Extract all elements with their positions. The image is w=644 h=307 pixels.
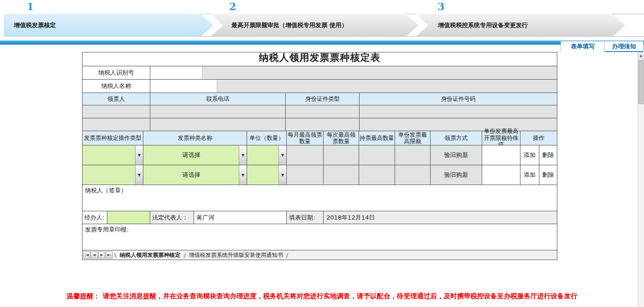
select-value: 请选择 bbox=[144, 145, 238, 165]
special-limit-input[interactable] bbox=[482, 145, 520, 165]
unit-quantity-select[interactable]: ▼ bbox=[247, 165, 287, 185]
step-3-device-change-issue[interactable]: 增值税税控系统专用设备变更发行 bbox=[415, 14, 625, 37]
sheet-next-icon[interactable]: ▶ bbox=[98, 251, 105, 259]
header-invoice-name: 发票种类名称 bbox=[143, 131, 247, 145]
step-1-label: 增值税发票核定 bbox=[14, 21, 56, 29]
phone-cell bbox=[150, 118, 286, 131]
single-limit-cell bbox=[395, 165, 431, 185]
header-id-type: 身份证件类型 bbox=[286, 93, 360, 105]
chevron-down-icon[interactable]: ▼ bbox=[278, 145, 286, 165]
sheet-first-icon[interactable]: |◀ bbox=[83, 251, 90, 259]
fill-date-value: 2018年12月14日 bbox=[324, 211, 557, 224]
taxpayer-id-input[interactable] bbox=[150, 66, 202, 79]
monthly-max-cell bbox=[287, 145, 324, 165]
unit-quantity-select[interactable]: ▼ bbox=[247, 145, 287, 165]
delete-button[interactable]: 删除 bbox=[539, 145, 557, 165]
invoice-name-select[interactable]: 请选择 ▼ bbox=[143, 165, 247, 185]
step-3-label: 增值税税控系统专用设备变更发行 bbox=[438, 21, 528, 29]
taxpayer-name-value-cell bbox=[150, 80, 557, 93]
per-time-max-cell bbox=[324, 165, 359, 185]
select-value bbox=[83, 165, 135, 185]
sheet-tab-upgrade-notice[interactable]: 增值税发票系统升级版安装使用通知书 bbox=[187, 251, 285, 259]
header-holding-max: 持票最高数量 bbox=[359, 131, 395, 145]
sheet-separator: \ bbox=[114, 252, 116, 259]
operation-type-select[interactable]: ▼ bbox=[83, 165, 143, 185]
header-per-time-max: 每次最高领票数量 bbox=[324, 131, 359, 145]
operation-cell: 添加 删除 bbox=[520, 145, 557, 165]
step-2-label: 最高开票限额审批（增值税专用发票 使用） bbox=[231, 21, 348, 29]
special-limit-input[interactable] bbox=[482, 165, 520, 185]
chevron-down-icon[interactable]: ▼ bbox=[239, 165, 247, 185]
id-type-cell bbox=[286, 105, 360, 118]
id-number-cell bbox=[360, 105, 557, 118]
header-contact-phone: 联系电话 bbox=[150, 93, 286, 105]
legal-rep-label: 法定代表人： bbox=[150, 211, 194, 224]
header-monthly-max: 每月最高领票数量 bbox=[287, 131, 324, 145]
header-unit-quantity: 单位（数量） bbox=[247, 131, 287, 145]
reminder-text: 请您关注消息提醒，并在业务查询模块查询办理进度，税务机关将对您进行实地调查，请予… bbox=[103, 292, 578, 300]
chevron-down-icon[interactable]: ▼ bbox=[278, 165, 286, 185]
header-operation: 操作 bbox=[520, 131, 557, 145]
holding-max-cell bbox=[359, 145, 395, 165]
invoice-name-select[interactable]: 请选择 ▼ bbox=[143, 145, 247, 165]
collect-method-cell: 验旧购新 bbox=[431, 145, 482, 165]
vertical-scrollbar[interactable]: ▲ bbox=[638, 52, 644, 307]
tab-notice[interactable]: 办理须知 bbox=[605, 41, 644, 52]
scroll-up-icon[interactable]: ▲ bbox=[638, 52, 644, 59]
per-time-max-cell bbox=[324, 145, 359, 165]
agent-label: 经办人: bbox=[83, 211, 107, 224]
step-1-number: 1 bbox=[27, 0, 34, 12]
delete-button[interactable]: 删除 bbox=[539, 165, 557, 185]
collector-cell bbox=[83, 105, 150, 118]
step-1-vat-invoice-approval[interactable]: 增值税发票核定 bbox=[4, 14, 213, 37]
legal-rep-value: 蒋广河 bbox=[194, 211, 287, 224]
id-number-cell bbox=[360, 118, 557, 131]
id-type-cell bbox=[286, 118, 360, 131]
monthly-max-cell bbox=[287, 165, 324, 185]
fill-date-label: 填表日期: bbox=[287, 211, 324, 224]
form-title-row: 纳税人领用发票票种核定表 bbox=[83, 52, 557, 66]
single-limit-cell bbox=[395, 145, 431, 165]
warm-reminder: 温馨提醒：请您关注消息提醒，并在业务查询模块查询办理进度，税务机关将对您进行实地… bbox=[0, 292, 644, 301]
operation-cell: 添加 删除 bbox=[520, 165, 557, 185]
sheet-prev-icon[interactable]: ◀ bbox=[91, 251, 98, 259]
taxpayer-signature-cell: 纳税人（签章） bbox=[83, 185, 557, 211]
agent-input[interactable] bbox=[107, 211, 150, 224]
select-value bbox=[248, 165, 278, 185]
invoice-row-1: ▼ 请选择 ▼ ▼ 验旧购新 添加 删除 bbox=[83, 145, 557, 165]
form-title: 纳税人领用发票票种核定表 bbox=[83, 52, 557, 66]
collect-method-cell: 验旧购新 bbox=[431, 165, 482, 185]
step-2-max-invoice-limit-approval[interactable]: 最高开票限额审批（增值税专用发票 使用） bbox=[210, 14, 419, 37]
chevron-down-icon[interactable]: ▼ bbox=[239, 145, 247, 165]
add-button[interactable]: 添加 bbox=[520, 145, 539, 165]
tab-form-fill[interactable]: 表单填写 bbox=[561, 41, 605, 52]
header-ticket-collector: 领票人 bbox=[83, 93, 150, 105]
taxpayer-name-input[interactable] bbox=[150, 80, 217, 93]
sheet-tab-invoice-approval[interactable]: 纳税人领用发票票种核定 bbox=[118, 251, 182, 259]
add-button[interactable]: 添加 bbox=[520, 165, 539, 185]
taxpayer-id-label: 纳税人识别号 bbox=[83, 66, 150, 80]
page: 增值税发票核定 最高开票限额审批（增值税专用发票 使用） 增值税税控系统专用设备… bbox=[0, 0, 644, 307]
reminder-prefix: 温馨提醒： bbox=[67, 292, 100, 300]
taxpayer-name-label: 纳税人名称 bbox=[83, 80, 150, 93]
sheet-tab-bar: |◀ ◀ ▶ ▶| \ 纳税人领用发票票种核定 / 增值税发票系统升级版安装使用… bbox=[83, 250, 557, 260]
scrollbar-thumb[interactable] bbox=[638, 60, 644, 104]
header-special-limit: 单份发票最高开票限额特殊值 bbox=[482, 131, 520, 145]
invoice-approval-form: 纳税人领用发票票种核定表 纳税人识别号 纳税人名称 领票人 联系电话 身份证件类… bbox=[82, 52, 557, 260]
select-value: 请选择 bbox=[144, 165, 238, 185]
operation-type-select[interactable]: ▼ bbox=[83, 145, 143, 165]
accent-bar bbox=[0, 41, 644, 45]
tab-bar: 表单填写 办理须知 bbox=[561, 41, 644, 52]
chevron-down-icon[interactable]: ▼ bbox=[135, 165, 143, 185]
header-id-number: 身份证件号码 bbox=[360, 93, 557, 105]
header-single-limit: 单份发票最高限额 bbox=[395, 131, 431, 145]
step-2-number: 2 bbox=[229, 0, 236, 12]
sheet-last-icon[interactable]: ▶| bbox=[106, 251, 112, 259]
taxpayer-id-value-cell bbox=[150, 66, 557, 80]
chevron-down-icon[interactable]: ▼ bbox=[135, 145, 143, 165]
select-value bbox=[248, 145, 278, 165]
invoice-row-2: ▼ 请选择 ▼ ▼ 验旧购新 添加 删除 bbox=[83, 165, 557, 185]
step-3-number: 3 bbox=[437, 0, 444, 12]
invoice-seal-cell: 发票专用章印模: bbox=[83, 224, 557, 250]
holding-max-cell bbox=[359, 165, 395, 185]
